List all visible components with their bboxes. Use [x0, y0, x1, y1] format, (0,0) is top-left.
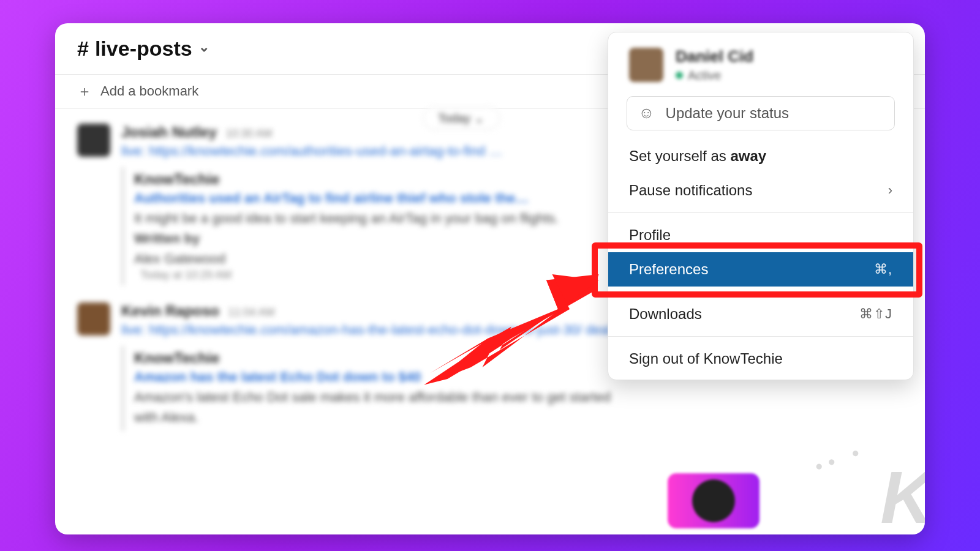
channel-name: live-posts — [95, 37, 192, 61]
update-status-input[interactable]: ☺ Update your status — [627, 96, 895, 130]
watermark-dots-icon: •• • — [812, 438, 869, 479]
link-preview-thumbnail — [668, 473, 760, 528]
shortcut-label: ⌘, — [874, 261, 892, 277]
menu-item-preferences[interactable]: Preferences ⌘, — [608, 252, 913, 287]
avatar — [77, 302, 110, 335]
link-preview: KnowTechie Authorities used an AirTag to… — [121, 167, 568, 285]
timestamp: 11:04 AM — [228, 306, 274, 318]
date-pill[interactable]: Today ⌄ — [423, 107, 500, 130]
menu-divider — [608, 291, 913, 292]
menu-item-downloads[interactable]: Downloads ⌘⇧J — [608, 297, 913, 331]
shortcut-label: ⌘⇧J — [859, 306, 892, 322]
author: Josiah Nutley — [121, 124, 217, 140]
chevron-right-icon: › — [888, 182, 892, 198]
watermark-logo: K — [880, 455, 925, 534]
menu-divider — [608, 212, 913, 213]
status-placeholder: Update your status — [666, 105, 789, 122]
add-bookmark-button[interactable]: Add a bookmark — [100, 83, 198, 99]
channel-title[interactable]: # live-posts ⌄ — [77, 37, 209, 61]
menu-item-pause-notifications[interactable]: Pause notifications › — [608, 173, 913, 208]
menu-item-profile[interactable]: Profile — [608, 218, 913, 252]
user-menu: Daniel Cid Active ☺ Update your status S… — [608, 32, 914, 380]
user-presence: Active — [676, 69, 753, 83]
smile-icon: ☺ — [638, 103, 655, 122]
channel-hash: # — [77, 37, 89, 61]
author: Kevin Raposo — [121, 302, 219, 319]
link-preview: KnowTechie Amazon has the latest Echo Do… — [121, 346, 646, 431]
user-name: Daniel Cid — [676, 47, 753, 66]
plus-icon[interactable]: ＋ — [77, 81, 92, 101]
menu-item-signout[interactable]: Sign out of KnowTechie — [608, 342, 913, 376]
app-window: # live-posts ⌄ ＋ Add a bookmark Today ⌄ … — [55, 23, 925, 534]
avatar — [77, 124, 110, 157]
message-link: live: https://knowtechie.com/amazon-has-… — [121, 320, 624, 340]
user-menu-header: Daniel Cid Active — [608, 32, 913, 91]
timestamp: 10:30 AM — [226, 127, 273, 140]
chevron-down-icon: ⌄ — [198, 39, 209, 55]
menu-divider — [608, 336, 913, 337]
avatar — [629, 48, 663, 82]
message-link: live: https://knowtechie.com/authorities… — [121, 141, 568, 161]
menu-item-set-away[interactable]: Set yourself as away — [608, 139, 913, 173]
presence-dot-icon — [676, 72, 683, 79]
